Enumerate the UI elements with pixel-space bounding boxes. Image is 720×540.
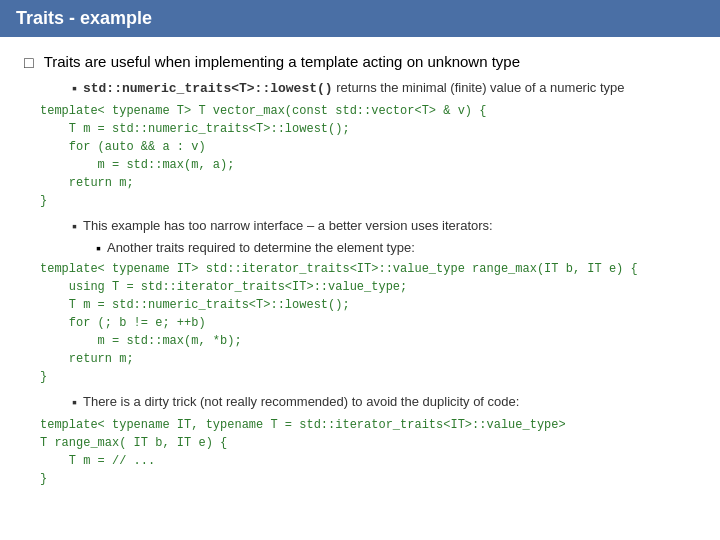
sub-sub-bullet-2a-text: Another traits required to determine the… xyxy=(107,240,415,255)
sub-bullet-3-text: There is a dirty trick (not really recom… xyxy=(83,394,519,409)
code-block-2: template< typename IT> std::iterator_tra… xyxy=(40,260,696,386)
code-block-3: template< typename IT, typename T = std:… xyxy=(40,416,696,488)
sub-bullet-3: ▪ There is a dirty trick (not really rec… xyxy=(72,394,696,410)
main-content: □ Traits are useful when implementing a … xyxy=(0,37,720,512)
bullet-1-text: Traits are useful when implementing a te… xyxy=(44,53,520,70)
bullet-1: □ Traits are useful when implementing a … xyxy=(24,53,696,72)
dash-icon-1: ▪ xyxy=(72,80,77,96)
checkbox-icon: □ xyxy=(24,54,34,72)
dash-icon-2: ▪ xyxy=(72,218,77,234)
page-title: Traits - example xyxy=(0,0,720,37)
code-block-1: template< typename T> T vector_max(const… xyxy=(40,102,696,210)
dash-icon-3: ▪ xyxy=(72,394,77,410)
sub-sub-bullet-2a: ▪ Another traits required to determine t… xyxy=(96,240,696,256)
dash-icon-2a: ▪ xyxy=(96,240,101,256)
sub-bullet-1: ▪ std::numeric_traits<T>::lowest() retur… xyxy=(72,80,696,96)
sub-bullet-1-text: std::numeric_traits<T>::lowest() returns… xyxy=(83,80,625,96)
sub-bullet-2-text: This example has too narrow interface – … xyxy=(83,218,493,233)
sub-bullet-2: ▪ This example has too narrow interface … xyxy=(72,218,696,234)
